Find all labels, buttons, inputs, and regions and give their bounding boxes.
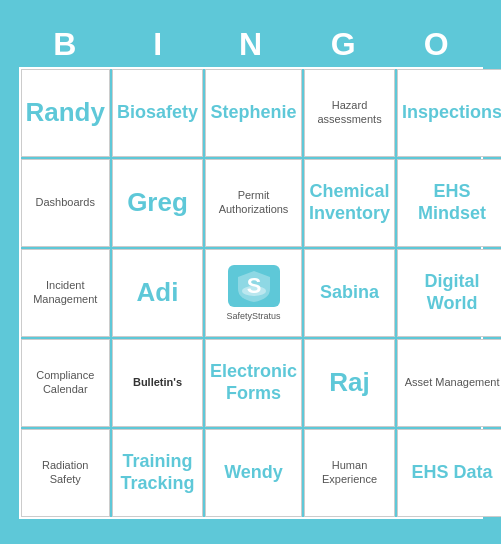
- bingo-card: B I N G O Randy Biosafety Stephenie Haza…: [11, 18, 491, 527]
- cell-1-4[interactable]: EHS Mindset: [397, 159, 501, 247]
- cell-1-0[interactable]: Dashboards: [21, 159, 110, 247]
- cell-2-4[interactable]: Digital World: [397, 249, 501, 337]
- cell-2-2-logo: S SafetyStratus: [205, 249, 302, 337]
- logo-svg: S: [234, 269, 274, 303]
- letter-g: G: [299, 26, 387, 63]
- cell-0-3[interactable]: Hazard assessments: [304, 69, 395, 157]
- cell-1-1[interactable]: Greg: [112, 159, 203, 247]
- safetystratus-label: SafetyStratus: [227, 311, 281, 321]
- bingo-header: B I N G O: [19, 26, 483, 63]
- letter-i: I: [114, 26, 202, 63]
- letter-o: O: [392, 26, 480, 63]
- cell-2-0[interactable]: Incident Management: [21, 249, 110, 337]
- cell-0-0[interactable]: Randy: [21, 69, 110, 157]
- safetystratus-logo-icon: S: [228, 265, 280, 307]
- svg-point-1: [242, 286, 266, 296]
- cell-1-3[interactable]: Chemical Inventory: [304, 159, 395, 247]
- cell-4-4[interactable]: EHS Data: [397, 429, 501, 517]
- cell-4-3[interactable]: Human Experience: [304, 429, 395, 517]
- bingo-grid: Randy Biosafety Stephenie Hazard assessm…: [19, 67, 483, 519]
- cell-4-0[interactable]: Radiation Safety: [21, 429, 110, 517]
- cell-3-1[interactable]: Bulletin's: [112, 339, 203, 427]
- letter-b: B: [21, 26, 109, 63]
- cell-3-2[interactable]: Electronic Forms: [205, 339, 302, 427]
- cell-0-4[interactable]: Inspections: [397, 69, 501, 157]
- cell-4-1[interactable]: Training Tracking: [112, 429, 203, 517]
- cell-1-2[interactable]: Permit Authorizations: [205, 159, 302, 247]
- cell-3-0[interactable]: Compliance Calendar: [21, 339, 110, 427]
- cell-0-2[interactable]: Stephenie: [205, 69, 302, 157]
- cell-3-3[interactable]: Raj: [304, 339, 395, 427]
- cell-2-1[interactable]: Adi: [112, 249, 203, 337]
- letter-n: N: [206, 26, 294, 63]
- cell-0-1[interactable]: Biosafety: [112, 69, 203, 157]
- cell-3-4[interactable]: Asset Management: [397, 339, 501, 427]
- cell-4-2[interactable]: Wendy: [205, 429, 302, 517]
- cell-2-3[interactable]: Sabina: [304, 249, 395, 337]
